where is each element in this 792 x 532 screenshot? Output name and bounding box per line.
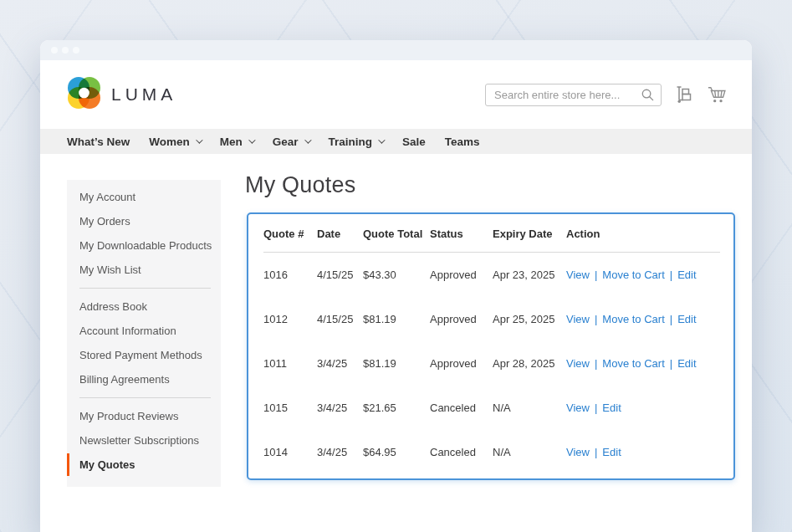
sidebar-item-billing-agreements[interactable]: Billing Agreements (67, 367, 221, 391)
view-link[interactable]: View (566, 269, 590, 281)
edit-link[interactable]: Edit (677, 357, 696, 370)
cell-quote-number: 1012 (263, 313, 317, 325)
view-link[interactable]: View (566, 357, 590, 370)
table-row: 1012 4/15/25 $81.19 Approved Apr 25, 202… (248, 297, 733, 341)
window-dot-icon[interactable] (73, 47, 79, 54)
nav-item-training[interactable]: Training (329, 136, 384, 148)
action-separator: | (590, 357, 602, 370)
sidebar-item-my-wish-list[interactable]: My Wish List (67, 258, 221, 282)
edit-link[interactable]: Edit (677, 313, 696, 325)
edit-link[interactable]: Edit (602, 402, 621, 414)
cell-date: 4/15/25 (317, 313, 363, 325)
sidebar-item-account-information[interactable]: Account Information (67, 319, 221, 343)
table-row: 1011 3/4/25 $81.19 Approved Apr 28, 2025… (248, 341, 733, 386)
action-separator: | (590, 269, 602, 281)
move-to-cart-link[interactable]: Move to Cart (602, 269, 664, 281)
column-header-status: Status (430, 228, 493, 240)
column-header-date: Date (317, 228, 363, 240)
cell-quote-number: 1014 (263, 446, 317, 458)
search-box (485, 84, 662, 106)
table-row: 1016 4/15/25 $43.30 Approved Apr 23, 202… (248, 253, 733, 297)
edit-link[interactable]: Edit (602, 446, 621, 458)
column-header-quote-total: Quote Total (363, 228, 430, 240)
luma-logo[interactable]: LUMA (67, 77, 176, 112)
move-to-cart-link[interactable]: Move to Cart (602, 357, 664, 370)
sidebar-item-stored-payment-methods[interactable]: Stored Payment Methods (67, 343, 221, 367)
cell-actions: View|Move to Cart|Edit (566, 269, 722, 281)
cell-quote-total: $64.95 (363, 446, 430, 458)
sidebar-item-address-book[interactable]: Address Book (67, 294, 221, 319)
cell-date: 4/15/25 (317, 269, 363, 281)
cell-quote-number: 1015 (263, 402, 317, 414)
search-input[interactable] (485, 84, 662, 106)
window-dot-icon[interactable] (51, 47, 58, 54)
chevron-down-icon (248, 136, 255, 143)
cell-actions: View|Edit (566, 402, 722, 414)
nav-item-men[interactable]: Men (220, 136, 253, 148)
magnifier-icon[interactable] (641, 88, 655, 102)
action-separator: | (665, 269, 677, 281)
cell-actions: View|Edit (566, 446, 722, 458)
move-to-cart-link[interactable]: Move to Cart (602, 313, 664, 325)
column-header-quote: Quote # (263, 228, 317, 240)
page-title: My Quotes (245, 172, 735, 198)
action-separator: | (590, 313, 602, 325)
cell-date: 3/4/25 (317, 402, 363, 414)
cell-status: Approved (430, 357, 493, 370)
cell-quote-total: $43.30 (363, 269, 430, 281)
table-row: 1015 3/4/25 $21.65 Canceled N/A View|Edi… (248, 386, 733, 430)
column-header-action: Action (566, 228, 722, 240)
table-header-row: Quote # Date Quote Total Status Expiry D… (248, 214, 733, 252)
sidebar-item-my-quotes[interactable]: My Quotes (67, 453, 221, 477)
view-link[interactable]: View (566, 402, 590, 414)
window-dot-icon[interactable] (62, 47, 69, 54)
cell-date: 3/4/25 (317, 446, 363, 458)
edit-link[interactable]: Edit (677, 269, 696, 281)
sidebar-item-my-downloadable-products[interactable]: My Downloadable Products (67, 233, 221, 258)
sidebar-item-my-product-reviews[interactable]: My Product Reviews (67, 404, 221, 428)
quotes-table: Quote # Date Quote Total Status Expiry D… (247, 212, 735, 480)
brand-name: LUMA (111, 84, 176, 105)
view-link[interactable]: View (566, 446, 590, 458)
sidebar-item-my-orders[interactable]: My Orders (67, 209, 221, 233)
nav-item-label: Training (329, 136, 373, 148)
cell-expiry-date: N/A (493, 402, 566, 414)
luma-logo-icon (67, 77, 101, 112)
chevron-down-icon (378, 136, 385, 143)
action-separator: | (665, 313, 677, 325)
column-header-expiry-date: Expiry Date (493, 228, 566, 240)
nav-item-teams[interactable]: Teams (445, 136, 480, 148)
cell-quote-number: 1011 (263, 357, 317, 370)
nav-item-women[interactable]: Women (149, 136, 201, 148)
view-link[interactable]: View (566, 313, 590, 325)
sidebar-divider (79, 288, 211, 289)
cell-quote-total: $81.19 (363, 357, 430, 370)
nav-item-label: What’s New (67, 136, 130, 148)
main-column: My Quotes Quote # Date Quote Total Statu… (245, 172, 735, 480)
sidebar-item-my-account[interactable]: My Account (67, 185, 221, 209)
cell-expiry-date: N/A (493, 446, 566, 458)
cell-date: 3/4/25 (317, 357, 363, 370)
table-row: 1014 3/4/25 $64.95 Canceled N/A View|Edi… (248, 430, 733, 474)
window-titlebar[interactable] (40, 40, 752, 60)
sidebar-divider (79, 397, 211, 398)
nav-item-label: Women (149, 136, 190, 148)
nav-item-gear[interactable]: Gear (273, 136, 309, 148)
cell-expiry-date: Apr 28, 2025 (493, 357, 566, 370)
page-content: My Account My Orders My Downloadable Pro… (40, 154, 752, 532)
hand-truck-icon[interactable] (676, 85, 693, 104)
shopping-cart-icon[interactable] (708, 86, 726, 104)
cell-expiry-date: Apr 23, 2025 (493, 269, 566, 281)
sidebar-item-newsletter-subscriptions[interactable]: Newsletter Subscriptions (67, 428, 221, 453)
cell-status: Canceled (430, 402, 493, 414)
cell-quote-number: 1016 (263, 269, 317, 281)
nav-item-sale[interactable]: Sale (402, 136, 426, 148)
account-sidebar: My Account My Orders My Downloadable Pro… (67, 180, 221, 487)
cell-quote-total: $21.65 (363, 402, 430, 414)
nav-item-label: Men (220, 136, 243, 148)
cell-expiry-date: Apr 25, 2025 (493, 313, 566, 325)
cell-actions: View|Move to Cart|Edit (566, 357, 722, 370)
cell-status: Approved (430, 313, 493, 325)
nav-item-whats-new[interactable]: What’s New (67, 136, 130, 148)
cell-status: Approved (430, 269, 493, 281)
